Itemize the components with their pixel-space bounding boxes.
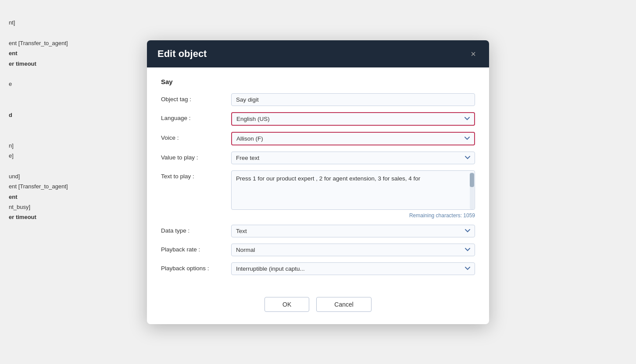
section-title: Say	[161, 78, 475, 85]
modal-overlay: Edit object × Say Object tag : Language …	[0, 0, 636, 364]
language-field: English (US) English (UK) Spanish French…	[231, 112, 475, 126]
object-tag-input[interactable]	[231, 93, 475, 106]
voice-label: Voice :	[161, 132, 231, 141]
remaining-chars: Remaining characters: 1059	[231, 212, 475, 219]
data-type-select[interactable]: Text Number Date	[231, 225, 475, 237]
voice-row: Voice : Allison (F) Lisa (F) Michael (M)	[161, 132, 475, 145]
data-type-row: Data type : Text Number Date	[161, 225, 475, 237]
playback-rate-row: Playback rate : Normal Slow Fast	[161, 244, 475, 256]
scrollbar-thumb	[470, 173, 474, 187]
object-tag-row: Object tag :	[161, 93, 475, 106]
value-to-play-field: Free text Variable Audio file	[231, 152, 475, 164]
edit-object-modal: Edit object × Say Object tag : Language …	[147, 40, 489, 324]
text-to-play-textarea[interactable]: Press 1 for our product expert , 2 for a…	[231, 170, 475, 210]
playback-options-select[interactable]: Interruptible (input captu... Non-interr…	[231, 262, 475, 275]
text-to-play-label: Text to play :	[161, 170, 231, 180]
language-label: Language :	[161, 112, 231, 121]
playback-rate-field: Normal Slow Fast	[231, 244, 475, 256]
close-button[interactable]: ×	[468, 49, 479, 59]
data-type-label: Data type :	[161, 225, 231, 234]
language-select[interactable]: English (US) English (UK) Spanish French…	[231, 112, 475, 126]
modal-footer: OK Cancel	[147, 293, 489, 324]
textarea-wrapper: Press 1 for our product expert , 2 for a…	[231, 170, 475, 211]
data-type-field: Text Number Date	[231, 225, 475, 237]
value-to-play-label: Value to play :	[161, 152, 231, 161]
text-to-play-field: Press 1 for our product expert , 2 for a…	[231, 170, 475, 219]
voice-field: Allison (F) Lisa (F) Michael (M)	[231, 132, 475, 145]
voice-select[interactable]: Allison (F) Lisa (F) Michael (M)	[231, 132, 475, 145]
modal-title: Edit object	[157, 48, 207, 60]
language-row: Language : English (US) English (UK) Spa…	[161, 112, 475, 126]
object-tag-field	[231, 93, 475, 106]
playback-options-row: Playback options : Interruptible (input …	[161, 262, 475, 275]
ok-button[interactable]: OK	[264, 297, 309, 312]
playback-rate-select[interactable]: Normal Slow Fast	[231, 244, 475, 256]
text-to-play-row: Text to play : Press 1 for our product e…	[161, 170, 475, 219]
value-to-play-row: Value to play : Free text Variable Audio…	[161, 152, 475, 164]
scrollbar-track	[470, 172, 474, 209]
value-to-play-select[interactable]: Free text Variable Audio file	[231, 152, 475, 164]
cancel-button[interactable]: Cancel	[316, 297, 372, 312]
modal-body: Say Object tag : Language : English (US)…	[147, 67, 489, 293]
object-tag-label: Object tag :	[161, 93, 231, 102]
playback-rate-label: Playback rate :	[161, 244, 231, 253]
playback-options-label: Playback options :	[161, 262, 231, 272]
modal-header: Edit object ×	[147, 40, 489, 67]
playback-options-field: Interruptible (input captu... Non-interr…	[231, 262, 475, 275]
